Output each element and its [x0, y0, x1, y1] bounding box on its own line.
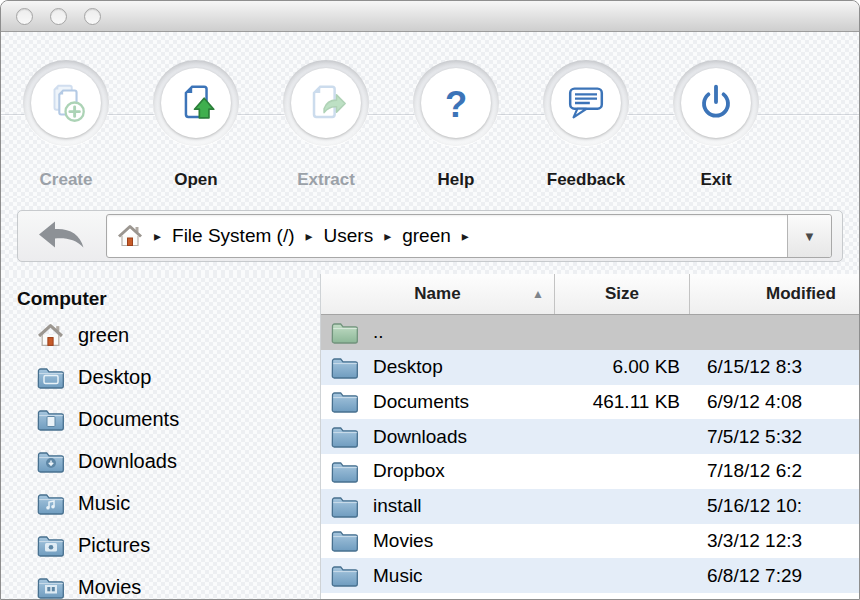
help-button[interactable]: ? Help — [391, 32, 521, 190]
breadcrumb[interactable]: ▸File System (/)▸Users▸green▸ ▼ — [106, 214, 832, 258]
home-icon — [37, 323, 65, 348]
toolbar-button-label: Feedback — [521, 170, 651, 190]
sidebar-item-label: Desktop — [78, 366, 151, 389]
breadcrumb-segment[interactable]: green — [402, 225, 451, 247]
file-row-blank[interactable] — [321, 593, 859, 600]
file-list-panel: Name ▲ Size Modified .. Desktop 6.00 KB … — [321, 274, 859, 600]
breadcrumb-separator-icon: ▸ — [154, 228, 161, 244]
file-name: Downloads — [373, 426, 467, 448]
file-row-Movies[interactable]: Movies 3/3/12 12:3 — [321, 524, 859, 559]
column-header-size[interactable]: Size — [555, 274, 690, 314]
column-header-label: Size — [605, 284, 639, 304]
folder-parent-icon — [331, 321, 359, 344]
breadcrumb-segments: ▸File System (/)▸Users▸green▸ — [143, 225, 480, 247]
breadcrumb-segment[interactable]: File System (/) — [172, 225, 294, 247]
sidebar-item-label: Documents — [78, 408, 179, 431]
feedback-button[interactable]: Feedback — [521, 32, 651, 190]
file-name: Desktop — [373, 356, 443, 378]
svg-text:?: ? — [445, 84, 467, 125]
folder-icon — [331, 356, 359, 379]
toolbar-button-label: Help — [391, 170, 521, 190]
file-size: 461.11 KB — [554, 391, 688, 413]
toolbar: Create Open Extract ? Help Feedback — [1, 32, 859, 198]
path-dropdown-button[interactable]: ▼ — [787, 215, 831, 257]
window-close-button[interactable] — [16, 8, 33, 25]
create-button[interactable]: Create — [1, 32, 131, 190]
extract-archive-icon — [303, 80, 349, 126]
toolbar-button-label: Create — [1, 170, 131, 190]
column-header-label: Modified — [766, 284, 836, 304]
create-archive-icon — [43, 80, 89, 126]
folder-icon — [331, 425, 359, 448]
sidebar-item-label: Music — [78, 492, 130, 515]
back-arrow-icon — [36, 219, 86, 254]
open-button[interactable]: Open — [131, 32, 261, 190]
file-row-Music[interactable]: Music 6/8/12 7:29 — [321, 558, 859, 593]
file-name: Documents — [373, 391, 469, 413]
app-window: Create Open Extract ? Help Feedback — [0, 0, 860, 600]
sidebar-item-downloads[interactable]: Downloads — [1, 440, 320, 482]
table-body: .. Desktop 6.00 KB 6/15/12 8:3 Documents… — [321, 315, 859, 600]
file-size: 6.00 KB — [554, 356, 688, 378]
file-modified: 5/16/12 10: — [688, 495, 859, 517]
folder-music-icon — [37, 492, 65, 515]
toolbar-button-label: Exit — [651, 170, 781, 190]
column-header-modified[interactable]: Modified — [690, 274, 859, 314]
power-icon — [693, 80, 739, 126]
folder-icon — [331, 460, 359, 483]
sidebar-item-music[interactable]: Music — [1, 482, 320, 524]
sidebar-item-movies[interactable]: Movies — [1, 566, 320, 600]
home-icon[interactable] — [117, 224, 143, 248]
file-name: install — [373, 495, 422, 517]
file-modified: 7/18/12 6:2 — [688, 460, 859, 482]
file-row-Desktop[interactable]: Desktop 6.00 KB 6/15/12 8:3 — [321, 350, 859, 385]
column-header-name[interactable]: Name ▲ — [321, 274, 555, 314]
extract-button[interactable]: Extract — [261, 32, 391, 190]
folder-documents-icon — [37, 408, 65, 431]
sidebar-item-label: green — [78, 324, 129, 347]
folder-movies-icon — [37, 576, 65, 599]
file-row-Documents[interactable]: Documents 461.11 KB 6/9/12 4:08 — [321, 385, 859, 420]
folder-icon — [331, 390, 359, 413]
file-name: .. — [373, 321, 384, 343]
window-zoom-button[interactable] — [84, 8, 101, 25]
sidebar-item-pictures[interactable]: Pictures — [1, 524, 320, 566]
sidebar-item-documents[interactable]: Documents — [1, 398, 320, 440]
file-row-install[interactable]: install 5/16/12 10: — [321, 489, 859, 524]
window-minimize-button[interactable] — [50, 8, 67, 25]
back-button[interactable] — [28, 219, 94, 254]
folder-icon — [331, 495, 359, 518]
file-modified: 6/15/12 8:3 — [688, 356, 859, 378]
toolbar-button-label: Extract — [261, 170, 391, 190]
sidebar-header: Computer — [1, 274, 320, 314]
folder-downloads-icon — [37, 450, 65, 473]
main-content: Computer green Desktop Documents Downloa… — [1, 274, 859, 600]
file-row-Dropbox[interactable]: Dropbox 7/18/12 6:2 — [321, 454, 859, 489]
folder-icon — [331, 564, 359, 587]
sidebar-item-label: Pictures — [78, 534, 150, 557]
exit-button[interactable]: Exit — [651, 32, 781, 190]
folder-desktop-icon — [37, 366, 65, 389]
file-row-Downloads[interactable]: Downloads 7/5/12 5:32 — [321, 419, 859, 454]
sidebar-item-desktop[interactable]: Desktop — [1, 356, 320, 398]
file-row-..[interactable]: .. — [321, 315, 859, 350]
file-modified: 6/8/12 7:29 — [688, 565, 859, 587]
sidebar-item-label: Movies — [78, 576, 141, 599]
help-icon: ? — [433, 80, 479, 126]
file-modified: 6/9/12 4:08 — [688, 391, 859, 413]
file-name: Dropbox — [373, 460, 445, 482]
title-bar[interactable] — [1, 1, 859, 32]
breadcrumb-separator-icon: ▸ — [462, 228, 469, 244]
table-header: Name ▲ Size Modified — [321, 274, 859, 315]
sidebar-item-label: Downloads — [78, 450, 177, 473]
column-header-label: Name — [414, 284, 460, 304]
feedback-icon — [563, 80, 609, 126]
file-name: Movies — [373, 530, 433, 552]
sidebar: Computer green Desktop Documents Downloa… — [1, 274, 321, 600]
breadcrumb-segment[interactable]: Users — [324, 225, 374, 247]
sidebar-item-green[interactable]: green — [1, 314, 320, 356]
breadcrumb-separator-icon: ▸ — [305, 228, 312, 244]
breadcrumb-separator-icon: ▸ — [384, 228, 391, 244]
chevron-down-icon: ▼ — [803, 229, 816, 244]
folder-icon — [331, 529, 359, 552]
